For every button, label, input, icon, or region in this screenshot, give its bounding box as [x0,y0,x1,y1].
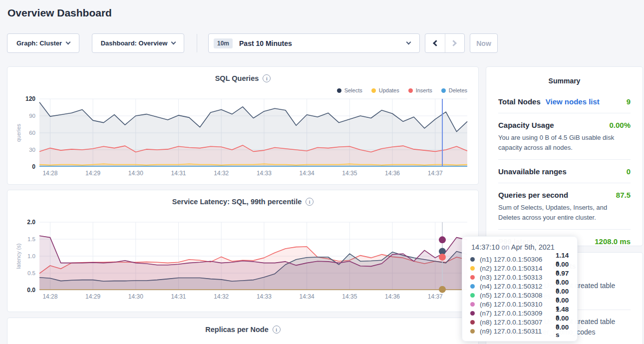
service-latency-chart[interactable]: 2.01.51.00.50.014:2814:2914:3014:3114:32… [7,216,479,307]
svg-text:0.0: 0.0 [27,287,35,294]
tooltip-node-label: (n1) 127.0.0.1:50306 [480,256,556,263]
summary-row-label: Total Nodes [498,97,541,106]
svg-text:14:31: 14:31 [171,293,186,300]
tooltip-row: (n7) 127.0.0.1:503091.48 s [470,309,569,318]
time-range-selector[interactable]: 10m Past 10 Minutes [208,33,420,53]
info-icon[interactable]: i [306,198,314,206]
overview-dashboard-page: Overview Dashboard Graph: Cluster Dashbo… [0,0,644,344]
summary-row-value: 1208.0 ms [595,237,631,246]
svg-text:14:29: 14:29 [85,170,100,177]
node-color-dot-icon [470,302,475,307]
sql-queries-chart[interactable]: 120906030014:2814:2914:3014:3114:3214:33… [7,93,479,184]
info-icon[interactable]: i [263,74,271,82]
summary-row-description: Sum of Selects, Updates, Inserts, and De… [498,203,631,222]
node-color-dot-icon [470,293,475,298]
svg-text:90: 90 [29,113,35,119]
chevron-down-icon [66,40,71,45]
tooltip-date: Apr 5th, 2021 [511,243,555,251]
summary-row: Queries per second87.5Sum of Selects, Up… [498,183,631,229]
summary-row: Unavailable ranges0 [498,159,631,183]
svg-text:14:32: 14:32 [214,170,229,177]
info-icon[interactable]: i [273,326,281,334]
tooltip-node-value: 0.00 s [556,324,569,339]
chevron-down-icon [406,40,411,45]
tooltip-node-label: (n7) 127.0.0.1:50309 [480,310,556,317]
service-latency-panel: Service Latency: SQL, 99th percentile i … [7,190,479,312]
tooltip-time: 14:37:10 [471,243,499,251]
node-color-dot-icon [470,266,475,271]
tooltip-row: (n9) 127.0.0.1:503110.00 s [470,327,569,336]
replicas-chart-title: Replicas per Node [205,326,269,334]
dashboard-dropdown[interactable]: Dashboard: Overview [92,33,184,53]
timespan-nav-group [425,33,465,53]
node-color-dot-icon [470,320,475,325]
graph-dropdown-label: Graph: Cluster [16,39,62,47]
node-color-dot-icon [470,329,475,334]
tooltip-node-label: (n3) 127.0.0.1:50313 [480,274,556,281]
tooltip-node-label: (n2) 127.0.0.1:50314 [480,265,556,272]
tooltip-rows: (n1) 127.0.0.1:503061.14 s(n2) 127.0.0.1… [470,255,569,336]
svg-text:14:30: 14:30 [128,293,143,300]
summary-row-label: Queries per second [498,191,568,199]
svg-text:14:34: 14:34 [300,170,315,177]
now-button[interactable]: Now [470,33,498,53]
summary-rows: Total NodesView nodes list9Capacity Usag… [486,85,643,253]
summary-row-description: You are using 0 B of 4.5 GiB usable disk… [498,133,631,152]
summary-row: Total NodesView nodes list9 [498,90,631,113]
tooltip-header: 14:37:10 on Apr 5th, 2021 [471,243,569,251]
replicas-per-node-panel: Replicas per Node i [7,318,479,344]
summary-row-label: Unavailable ranges [498,167,567,176]
tooltip-row: (n5) 127.0.0.1:503080.00 s [470,291,569,300]
node-color-dot-icon [470,284,475,289]
svg-text:30: 30 [29,147,35,153]
time-range-badge: 10m [214,38,233,48]
tooltip-row: (n1) 127.0.0.1:503061.14 s [470,255,569,264]
chevron-left-icon [433,40,439,46]
chevron-down-icon [171,40,176,45]
svg-text:14:33: 14:33 [257,293,272,300]
svg-text:14:33: 14:33 [257,170,272,177]
svg-text:0.5: 0.5 [27,270,35,276]
summary-row-label: Capacity Usage [498,121,554,129]
sql-queries-chart-title: SQL Queries [215,74,259,82]
svg-text:1.0: 1.0 [27,253,35,259]
svg-text:2.0: 2.0 [27,219,35,226]
svg-text:120: 120 [25,95,35,102]
tooltip-row: (n8) 127.0.0.1:503070.00 s [470,318,569,327]
svg-text:14:31: 14:31 [171,170,186,177]
tooltip-row: (n6) 127.0.0.1:503100.00 s [470,300,569,309]
svg-text:14:28: 14:28 [42,293,57,300]
chevron-right-icon [451,40,457,46]
legend-dot-icon [371,88,376,93]
svg-text:1.5: 1.5 [27,236,35,242]
summary-row-value: 9 [627,97,631,106]
svg-text:14:28: 14:28 [42,170,57,177]
tooltip-node-label: (n9) 127.0.0.1:50311 [480,328,556,335]
legend-dot-icon [441,88,446,93]
svg-text:14:30: 14:30 [128,170,143,177]
legend-dot-icon [337,88,341,93]
graph-dropdown[interactable]: Graph: Cluster [7,33,79,53]
node-color-dot-icon [470,275,475,280]
tooltip-node-label: (n8) 127.0.0.1:50307 [480,319,556,326]
svg-text:14:35: 14:35 [342,170,357,177]
sql-queries-panel: SQL Queries i SelectsUpdatesInsertsDelet… [7,66,479,185]
prev-timespan-button[interactable] [425,34,445,52]
summary-title: Summary [486,67,643,85]
next-timespan-button[interactable] [445,34,464,52]
page-title: Overview Dashboard [7,7,112,19]
node-color-dot-icon [470,257,475,262]
tooltip-row: (n2) 127.0.0.1:503140.00 s [470,264,569,273]
tooltip-row: (n3) 127.0.0.1:503130.97 s [470,273,569,282]
tooltip-node-label: (n6) 127.0.0.1:50310 [480,301,556,308]
svg-text:14:29: 14:29 [85,293,100,300]
svg-text:14:37: 14:37 [428,170,443,177]
view-nodes-list-link[interactable]: View nodes list [546,97,600,106]
time-range-label: Past 10 Minutes [239,39,407,47]
tooltip-row: (n4) 127.0.0.1:503120.00 s [470,282,569,291]
node-color-dot-icon [470,311,475,316]
svg-text:14:32: 14:32 [214,293,229,300]
tooltip-node-label: (n5) 127.0.0.1:50308 [480,292,556,299]
tooltip-node-label: (n4) 127.0.0.1:50312 [480,283,556,290]
svg-text:latency (s): latency (s) [15,244,21,269]
